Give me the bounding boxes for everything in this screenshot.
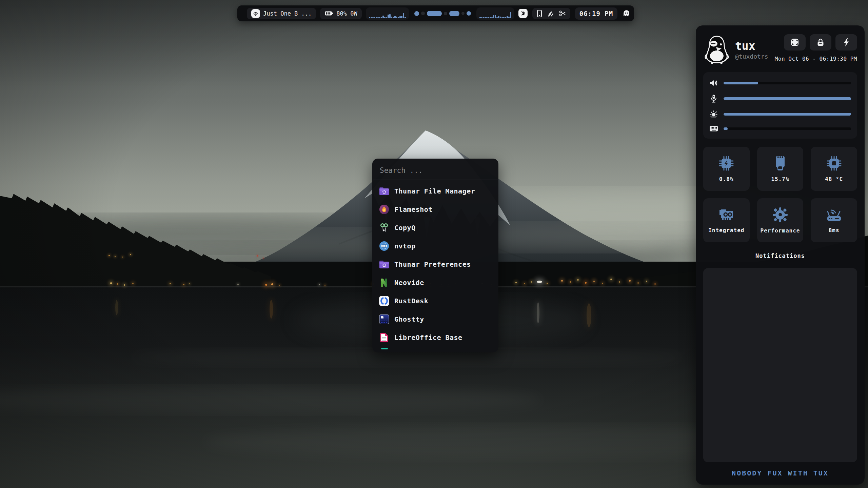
app-name: RustDesk	[394, 297, 428, 305]
thunar-preferences-icon	[379, 260, 389, 269]
keyboard-backlight-slider[interactable]	[724, 127, 851, 130]
app-row-nvtop[interactable]: nvtop	[378, 237, 493, 255]
media-widget[interactable]: Just One B ...	[247, 8, 316, 19]
brightness-slider[interactable]	[724, 113, 851, 116]
app-name: LibreOffice Base	[394, 333, 462, 342]
app-row-thunar-preferences[interactable]: Thunar Preferences	[378, 255, 493, 273]
graph-bar	[381, 17, 382, 18]
keyboard-slider-row	[709, 125, 851, 132]
graph-bar	[384, 17, 386, 18]
memory-usage-card[interactable]: 15.7%	[757, 147, 804, 191]
ghost-icon[interactable]	[622, 9, 631, 18]
copyq-icon	[379, 223, 389, 233]
workspace-2[interactable]	[421, 12, 425, 15]
graph-bar	[376, 17, 377, 18]
workspace-4[interactable]	[444, 12, 447, 15]
gpu-mode-card[interactable]: Integrated	[703, 198, 750, 242]
battery-label: 80% 0W	[336, 10, 357, 17]
keyboard-icon	[709, 125, 718, 132]
app-row-ghostty[interactable]: Ghostty	[378, 310, 493, 328]
workspace-1[interactable]	[414, 11, 419, 16]
graph-bar	[379, 17, 380, 18]
scissors-icon[interactable]	[559, 10, 566, 17]
sidebar-header: tux @tuxdotrs	[703, 34, 857, 64]
clock-widget[interactable]: 06:19 PM	[575, 7, 618, 20]
nvtop-icon	[379, 241, 389, 251]
phone-icon[interactable]	[537, 9, 542, 18]
cpu-usage-card[interactable]: 0.8%	[703, 147, 750, 191]
graph-bar	[377, 17, 379, 18]
desktop: Just One B ... 80% 0W	[0, 0, 868, 488]
graph-bar	[382, 16, 384, 18]
speaker-icon	[251, 9, 260, 18]
app-row-flameshot[interactable]: Flameshot	[378, 200, 493, 219]
keyboard-backlight-slider-fill	[724, 127, 728, 130]
app-name: Ghostty	[394, 315, 424, 323]
bluetooth-icon[interactable]	[518, 9, 528, 18]
workspace-7[interactable]	[467, 11, 471, 16]
workspace-indicators	[413, 11, 472, 16]
workspace-3-active[interactable]	[427, 11, 442, 16]
power-button[interactable]	[835, 34, 857, 50]
volume-slider-row	[709, 79, 851, 87]
power-profile-card[interactable]: Performance	[757, 198, 804, 242]
top-bar-right: 06:19 PM	[518, 7, 631, 20]
sidebar-header-right: Mon Oct 06 - 06:19:30 PM	[775, 34, 857, 62]
brightness-slider-row	[709, 110, 851, 118]
graph-bar	[485, 17, 486, 18]
volume-slider[interactable]	[724, 82, 851, 84]
clock-label: 06:19 PM	[579, 10, 613, 17]
router-icon	[826, 207, 842, 222]
search-row	[372, 162, 498, 179]
workspace-6[interactable]	[461, 12, 465, 15]
graph-bar	[399, 16, 401, 18]
power-profile-value: Performance	[761, 227, 800, 234]
brightness-slider-fill	[724, 113, 851, 116]
screenshot-button[interactable]	[784, 34, 806, 50]
app-row-rustdesk[interactable]: RustDesk	[378, 292, 493, 310]
graph-bar	[488, 17, 489, 18]
app-name: Thunar File Manager	[394, 187, 475, 195]
datetime-label: Mon Oct 06 - 06:19:30 PM	[775, 56, 857, 62]
graph-bar	[493, 15, 494, 18]
app-row-copyq[interactable]: CopyQ	[378, 219, 493, 237]
graph-bar	[394, 16, 396, 18]
network-latency-card[interactable]: 8ms	[811, 198, 857, 242]
cpu-power-icon	[718, 156, 734, 171]
leaf-icon[interactable]	[547, 10, 554, 17]
graph-bar	[481, 17, 482, 18]
gpu-mode-value: Integrated	[708, 227, 744, 233]
cpu-temp-card[interactable]: 48 °C	[811, 147, 857, 191]
graph-bar	[510, 12, 511, 18]
rustdesk-icon	[379, 296, 389, 306]
graph-bar	[374, 17, 375, 18]
microphone-slider[interactable]	[724, 97, 851, 100]
graph-bar	[479, 17, 481, 18]
graph-bar	[491, 17, 493, 18]
search-input[interactable]	[379, 166, 492, 175]
graph-bar	[500, 17, 501, 18]
app-row-libreoffice-base[interactable]: LibreOffice Base	[378, 328, 493, 347]
graph-bar	[388, 15, 389, 18]
scroll-indicator[interactable]	[381, 348, 388, 349]
app-name: nvtop	[394, 242, 416, 250]
graph-bar	[372, 17, 374, 18]
graph-bar	[507, 16, 508, 18]
notifications-panel[interactable]	[703, 268, 857, 462]
graph-bar	[503, 17, 505, 18]
system-graph-2[interactable]	[476, 7, 514, 20]
brightness-icon	[709, 110, 718, 118]
app-name: Flameshot	[394, 205, 433, 214]
app-launcher: Thunar File Manager Flameshot	[372, 159, 498, 352]
workspace-5[interactable]	[449, 11, 459, 16]
battery-widget[interactable]: 80% 0W	[320, 8, 361, 19]
system-graph-1[interactable]	[366, 7, 409, 20]
ram-icon	[772, 156, 788, 171]
lock-button[interactable]	[810, 34, 831, 50]
app-row-neovide[interactable]: Neovide	[378, 273, 493, 292]
volume-slider-fill	[724, 82, 758, 84]
gear-icon	[772, 207, 788, 223]
user-handle: @tuxdotrs	[735, 53, 768, 60]
graph-bar	[495, 15, 496, 18]
app-row-thunar[interactable]: Thunar File Manager	[378, 182, 493, 200]
